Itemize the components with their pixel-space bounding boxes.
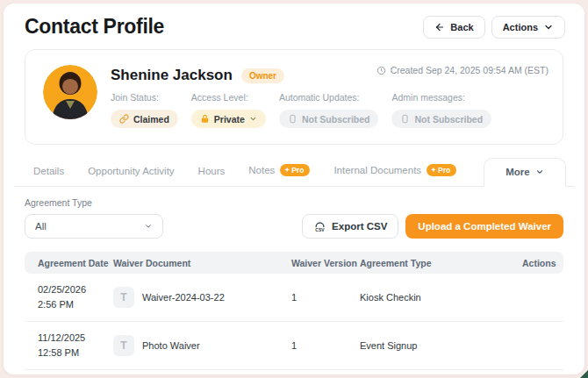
admin-messages-badge: Not Subscribed: [391, 110, 491, 128]
waiver-document-name: Photo Waiver: [142, 339, 200, 353]
table-header: Agreement Date Waiver Document Waiver Ve…: [25, 252, 563, 274]
claimed-badge[interactable]: Claimed: [111, 110, 178, 128]
csv-export-icon: CSV: [313, 220, 326, 233]
app-window: Contact Profile Back Actions: [4, 4, 584, 374]
created-timestamp: Created Sep 24, 2025 09:54 AM (EST): [376, 65, 549, 75]
field-access-level: Access Level: Private: [191, 92, 266, 128]
export-csv-label: Export CSV: [332, 221, 387, 232]
access-level-dropdown[interactable]: Private: [191, 110, 266, 128]
agreement-type-cell: Event Signup: [360, 340, 522, 351]
automatic-updates-badge: Not Subscribed: [279, 110, 379, 128]
table-row[interactable]: 09/24/2025 2:16 PM PDF Volunteer Waiver …: [25, 370, 563, 374]
export-csv-button[interactable]: CSV Export CSV: [302, 214, 398, 239]
contact-name: Shenine Jackson: [111, 67, 233, 84]
avatar: [43, 65, 97, 119]
tab-opportunity-activity[interactable]: Opportunity Activity: [88, 158, 174, 186]
waiver-document-name: Waiver-2024-03-22: [142, 291, 225, 304]
tab-hours[interactable]: Hours: [198, 158, 226, 186]
subscription-icon: [400, 114, 410, 124]
filter-row: Agreement Type All CSV Export CSV Upload…: [4, 187, 584, 250]
waivers-table: Agreement Date Waiver Document Waiver Ve…: [25, 252, 563, 374]
agreement-type-cell: Kiosk Checkin: [360, 292, 522, 303]
actions-button[interactable]: Actions: [491, 16, 565, 39]
pro-badge: ✦Pro: [427, 164, 456, 176]
field-admin-messages: Admin messages: Not Subscribed: [391, 92, 491, 128]
tab-notes[interactable]: Notes ✦Pro: [248, 156, 310, 186]
subscription-icon: [288, 114, 298, 124]
back-button-label: Back: [450, 22, 473, 32]
back-button[interactable]: Back: [423, 16, 484, 39]
tab-internal-documents[interactable]: Internal Documents ✦Pro: [333, 156, 456, 186]
tab-more-active[interactable]: More: [484, 158, 565, 187]
profile-card: Created Sep 24, 2025 09:54 AM (EST) Shen…: [25, 49, 563, 145]
field-label: Admin messages:: [391, 92, 491, 103]
sparkle-icon: ✦: [284, 167, 290, 174]
page-header: Contact Profile Back Actions: [4, 4, 584, 47]
chevron-down-icon: [144, 222, 153, 231]
actions-button-label: Actions: [503, 22, 538, 32]
agreement-date-cell: 02/25/2026 2:56 PM: [38, 282, 113, 312]
field-label: Automatic Updates:: [279, 92, 379, 103]
waiver-version-cell: 1: [291, 292, 360, 303]
field-label: Join Status:: [111, 92, 178, 103]
text-document-icon: T: [113, 287, 134, 308]
lock-icon: [200, 114, 210, 124]
text-document-icon: T: [113, 335, 134, 356]
link-icon: [119, 114, 129, 124]
field-label: Access Level:: [191, 92, 266, 103]
agreement-type-label: Agreement Type: [25, 197, 163, 208]
col-agreement-type: Agreement Type: [360, 258, 522, 268]
table-row[interactable]: 02/25/2026 2:56 PM T Waiver-2024-03-22 1…: [25, 274, 563, 322]
upload-waiver-button[interactable]: Upload a Completed Waiver: [405, 214, 563, 239]
clock-icon: [376, 66, 386, 75]
col-actions: Actions: [522, 258, 556, 268]
chevron-down-icon: [249, 115, 257, 123]
agreement-type-select[interactable]: All: [25, 214, 163, 239]
field-automatic-updates: Automatic Updates: Not Subscribed: [279, 92, 379, 128]
col-waiver-document: Waiver Document: [113, 258, 291, 268]
tab-details[interactable]: Details: [33, 158, 64, 186]
tab-bar: Details Opportunity Activity Hours Notes…: [14, 156, 574, 187]
chevron-down-icon: [543, 22, 554, 32]
col-agreement-date: Agreement Date: [38, 258, 113, 268]
arrow-left-icon: [434, 22, 445, 32]
agreement-type-value: All: [35, 221, 47, 232]
agreement-date-cell: 11/12/2025 12:58 PM: [38, 331, 113, 360]
page-title: Contact Profile: [25, 15, 164, 39]
pro-badge: ✦Pro: [280, 164, 310, 176]
col-waiver-version: Waiver Version: [291, 258, 360, 268]
waiver-document-cell: T Waiver-2024-03-22: [113, 287, 291, 308]
corner-widget: [580, 370, 588, 378]
sparkle-icon: ✦: [431, 167, 436, 174]
waiver-document-cell: T Photo Waiver: [113, 335, 291, 356]
waiver-version-cell: 1: [291, 340, 360, 351]
field-join-status: Join Status: Claimed: [111, 92, 178, 128]
table-row[interactable]: 11/12/2025 12:58 PM T Photo Waiver 1 Eve…: [25, 322, 563, 370]
svg-text:CSV: CSV: [315, 227, 325, 232]
owner-badge: Owner: [241, 68, 284, 83]
chevron-down-icon: [535, 168, 544, 176]
